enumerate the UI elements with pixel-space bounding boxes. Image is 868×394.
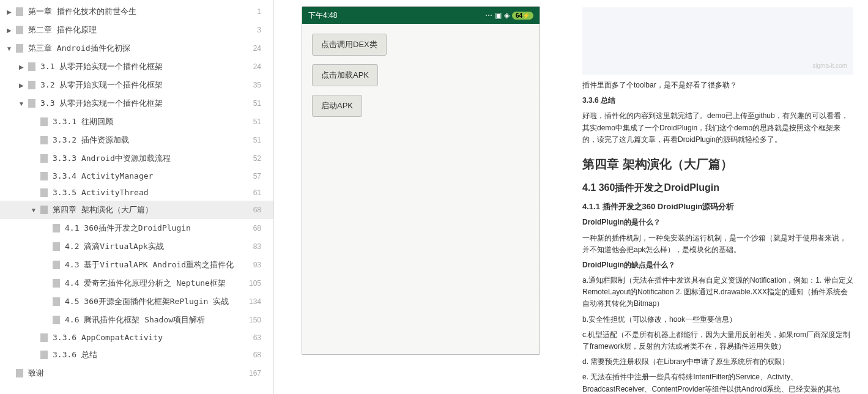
list-item: e. 无法在插件中注册一些具有特殊IntentFilter的Service、Ac… bbox=[582, 371, 853, 394]
toc-item[interactable]: ▶第一章 插件化技术的前世今生1 bbox=[0, 2, 273, 21]
toc-label: 3.3.1 往期回顾 bbox=[53, 116, 113, 127]
list-item: c.机型适配（不是所有机器上都能行，因为大量用反射相关，如果rom厂商深度定制了… bbox=[582, 329, 853, 352]
toc-page-number: 57 bbox=[253, 172, 269, 180]
toc-label: 4.5 360开源全面插件化框架RePlugin 实战 bbox=[65, 296, 229, 307]
toc-item[interactable]: 3.3.6 总结68 bbox=[0, 346, 273, 364]
toc-item[interactable]: 致谢167 bbox=[0, 364, 273, 382]
toc-item[interactable]: ▼第四章 架构演化（大厂篇）68 bbox=[0, 201, 273, 219]
toc-item[interactable]: 4.6 腾讯插件化框架 Shadow项目解析150 bbox=[0, 311, 273, 329]
toc-page-number: 35 bbox=[253, 81, 269, 89]
toc-item[interactable]: 3.3.2 插件资源加载51 bbox=[0, 131, 273, 149]
paragraph: 好啦，插件化的内容到这里就完结了。demo已上传至github，有兴趣的可以看看… bbox=[582, 110, 853, 146]
bookmark-icon bbox=[28, 81, 35, 89]
paragraph: 插件里面多了个toolbar，是不是好看了很多勒？ bbox=[582, 80, 853, 91]
toc-item[interactable]: 4.2 滴滴VirtualApk实战83 bbox=[0, 237, 273, 256]
toc-item[interactable]: 4.5 360开源全面插件化框架RePlugin 实战134 bbox=[0, 292, 273, 311]
bookmark-icon bbox=[16, 369, 23, 377]
toc-page-number: 105 bbox=[249, 279, 269, 288]
bookmark-icon bbox=[16, 44, 23, 53]
toc-page-number: 24 bbox=[253, 62, 269, 71]
toc-label: 第四章 架构演化（大厂篇） bbox=[53, 204, 153, 215]
toc-label: 3.3.3 Android中资源加载流程 bbox=[53, 153, 171, 164]
toc-label: 3.2 从零开始实现一个插件化框架 bbox=[40, 80, 163, 91]
toc-item[interactable]: 3.3.4 ActivityManager57 bbox=[0, 168, 273, 184]
list-item: a.通知栏限制（无法在插件中发送具有自定义资源的Notification，例如：… bbox=[582, 275, 853, 310]
bookmark-icon bbox=[40, 206, 48, 214]
toc-page-number: 52 bbox=[253, 154, 269, 163]
toc-sidebar[interactable]: ▶第一章 插件化技术的前世今生1▶第二章 插件化原理3▼第三章 Android插… bbox=[0, 0, 274, 394]
phone-status-bar: 下午4:48 ⋯ ▣ ◈ 64⚡ bbox=[302, 7, 540, 24]
expand-arrow-icon[interactable]: ▼ bbox=[29, 207, 38, 214]
toc-page-number: 63 bbox=[253, 333, 269, 342]
bookmark-icon bbox=[16, 26, 23, 34]
toc-label: 致谢 bbox=[28, 368, 44, 379]
section-heading-336: 3.3.6 总结 bbox=[582, 95, 853, 106]
toc-label: 第二章 插件化原理 bbox=[28, 24, 97, 35]
toc-label: 3.3.2 插件资源加载 bbox=[53, 135, 129, 146]
toc-label: 4.1 360插件开发之DroidPlugin bbox=[65, 223, 191, 234]
toc-page-number: 167 bbox=[249, 369, 269, 377]
toc-item[interactable]: ▶第二章 插件化原理3 bbox=[0, 21, 273, 39]
toc-item[interactable]: ▶3.2 从零开始实现一个插件化框架35 bbox=[0, 76, 273, 94]
bookmark-icon bbox=[53, 297, 60, 306]
toc-item[interactable]: ▶3.1 从零开始实现一个插件化框架24 bbox=[0, 58, 273, 76]
expand-arrow-icon[interactable]: ▶ bbox=[5, 27, 13, 34]
toc-item[interactable]: 4.1 360插件开发之DroidPlugin68 bbox=[0, 219, 273, 237]
toc-page-number: 3 bbox=[257, 26, 269, 34]
wifi-icon: ◈ bbox=[504, 11, 510, 20]
toc-label: 3.3.4 ActivityManager bbox=[53, 171, 153, 180]
content-pane[interactable]: sigma-it.com 插件里面多了个toolbar，是不是好看了很多勒？ 3… bbox=[568, 0, 868, 394]
bookmark-icon bbox=[53, 279, 60, 288]
bookmark-icon bbox=[40, 188, 48, 197]
bookmark-icon bbox=[28, 99, 35, 108]
start-apk-button[interactable]: 启动APK bbox=[312, 95, 362, 117]
toc-item[interactable]: 3.3.5 ActivityThread61 bbox=[0, 184, 273, 201]
toc-page-number: 1 bbox=[257, 7, 269, 16]
toc-item[interactable]: ▼第三章 Android插件化初探24 bbox=[0, 39, 273, 58]
paragraph: 一种新的插件机制，一种免安装的运行机制，是一个沙箱（就是对于使用者来说，并不知道… bbox=[582, 232, 853, 256]
toc-item[interactable]: 3.3.1 往期回顾51 bbox=[0, 113, 273, 131]
toc-item[interactable]: ▼3.3 从零开始实现一个插件化框架51 bbox=[0, 94, 273, 113]
load-apk-button[interactable]: 点击加载APK bbox=[312, 64, 378, 86]
expand-arrow-icon[interactable]: ▶ bbox=[17, 64, 26, 70]
bookmark-icon bbox=[53, 316, 60, 324]
bookmark-icon bbox=[53, 261, 60, 269]
list-item: d. 需要预先注册权限（在Library中申请了原生系统所有的权限） bbox=[582, 356, 853, 368]
toc-label: 4.4 爱奇艺插件化原理分析之 Neptune框架 bbox=[65, 278, 226, 289]
toc-label: 第一章 插件化技术的前世今生 bbox=[28, 6, 136, 17]
subsection-heading-411: 4.1.1 插件开发之360 DroidPlugin源码分析 bbox=[582, 201, 853, 214]
toc-item[interactable]: 3.3.3 Android中资源加载流程52 bbox=[0, 149, 273, 168]
dex-button[interactable]: 点击调用DEX类 bbox=[312, 34, 387, 56]
toc-label: 3.3.5 ActivityThread bbox=[53, 188, 149, 197]
toc-label: 4.2 滴滴VirtualApk实战 bbox=[65, 241, 164, 252]
toc-item[interactable]: 3.3.6 AppCompatActivity63 bbox=[0, 329, 273, 346]
toc-page-number: 68 bbox=[253, 351, 269, 359]
toc-label: 3.1 从零开始实现一个插件化框架 bbox=[40, 61, 163, 72]
bookmark-icon bbox=[16, 7, 23, 16]
watermark: sigma-it.com bbox=[812, 61, 847, 71]
toc-page-number: 61 bbox=[253, 188, 269, 197]
toc-label: 4.6 腾讯插件化框架 Shadow项目解析 bbox=[65, 314, 205, 325]
toc-page-number: 51 bbox=[253, 117, 269, 126]
bookmark-icon bbox=[40, 136, 48, 144]
content-image: sigma-it.com bbox=[582, 7, 853, 75]
section-heading-41: 4.1 360插件开发之DroidPlugin bbox=[582, 180, 853, 196]
bookmark-icon bbox=[28, 62, 35, 71]
bookmark-icon bbox=[40, 351, 48, 359]
expand-arrow-icon[interactable]: ▶ bbox=[5, 9, 13, 15]
expand-arrow-icon[interactable]: ▶ bbox=[17, 82, 26, 89]
expand-arrow-icon[interactable]: ▼ bbox=[17, 100, 26, 107]
toc-item[interactable]: 4.4 爱奇艺插件化原理分析之 Neptune框架105 bbox=[0, 274, 273, 292]
list-item: b.安全性担忧（可以修改，hook一些重要信息） bbox=[582, 314, 853, 325]
toc-page-number: 134 bbox=[249, 297, 269, 306]
expand-arrow-icon[interactable]: ▼ bbox=[5, 45, 13, 52]
toc-page-number: 93 bbox=[253, 261, 269, 269]
bookmark-icon bbox=[40, 333, 48, 342]
phone-time: 下午4:48 bbox=[308, 10, 337, 21]
battery-icon: 64⚡ bbox=[512, 12, 533, 20]
toc-label: 第三章 Android插件化初探 bbox=[28, 43, 130, 54]
chapter-heading: 第四章 架构演化（大厂篇） bbox=[582, 154, 853, 174]
toc-label: 4.3 基于VirtualAPK Android重构之插件化 bbox=[65, 259, 234, 270]
toc-item[interactable]: 4.3 基于VirtualAPK Android重构之插件化93 bbox=[0, 256, 273, 274]
toc-label: 3.3.6 AppCompatActivity bbox=[53, 333, 163, 342]
